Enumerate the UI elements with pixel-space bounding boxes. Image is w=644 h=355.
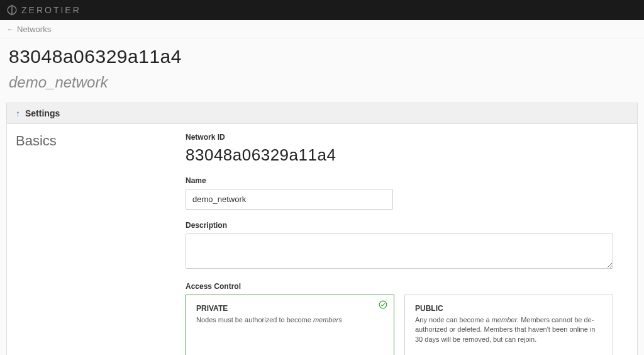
settings-right-col: Network ID 83048a06329a11a4 Name Descrip… [186, 133, 628, 355]
settings-panel-heading[interactable]: ↑ Settings [7, 103, 637, 124]
access-option-private[interactable]: PRIVATE Nodes must be authorized to beco… [186, 295, 394, 355]
breadcrumb-label: Networks [17, 25, 51, 34]
network-id-value: 83048a06329a11a4 [186, 145, 628, 165]
description-input[interactable] [186, 234, 613, 269]
brand-logo[interactable]: ZEROTIER [6, 4, 81, 16]
description-label: Description [186, 221, 628, 230]
network-id-label: Network ID [186, 133, 628, 142]
page-title-network-name: demo_network [9, 74, 635, 91]
access-private-desc: Nodes must be authorized to become membe… [196, 315, 384, 325]
field-name: Name [186, 176, 628, 210]
topbar: ZEROTIER [0, 0, 644, 20]
field-network-id: Network ID 83048a06329a11a4 [186, 133, 628, 165]
access-control-label: Access Control [186, 282, 628, 291]
page-header: 83048a06329a11a4 demo_network [0, 38, 644, 103]
brand-name: ZEROTIER [21, 5, 81, 15]
settings-left-col: Basics [16, 133, 186, 355]
name-label: Name [186, 176, 628, 185]
collapse-arrow-icon: ↑ [16, 108, 20, 118]
access-control-options: PRIVATE Nodes must be authorized to beco… [186, 295, 613, 355]
settings-panel: ↑ Settings Basics Network ID 83048a06329… [6, 103, 638, 355]
section-basics-title: Basics [16, 133, 186, 149]
access-private-title: PRIVATE [196, 304, 384, 313]
field-description: Description [186, 221, 628, 271]
settings-heading-text: Settings [25, 108, 60, 118]
breadcrumb-back-link[interactable]: ←Networks [6, 25, 51, 34]
zerotier-logo-icon [6, 4, 18, 16]
settings-panel-body: Basics Network ID 83048a06329a11a4 Name … [7, 124, 637, 355]
svg-point-2 [379, 301, 387, 308]
access-option-public[interactable]: PUBLIC Any node can become a member. Mem… [404, 295, 613, 355]
field-access-control: Access Control PRIVATE Nodes must be aut… [186, 282, 628, 355]
access-public-desc: Any node can become a member. Members ca… [415, 315, 602, 344]
name-input[interactable] [186, 189, 393, 210]
access-public-title: PUBLIC [415, 304, 602, 313]
breadcrumb: ←Networks [0, 20, 644, 38]
arrow-left-icon: ← [6, 25, 14, 34]
check-circle-icon [379, 300, 387, 311]
page-title-network-id: 83048a06329a11a4 [9, 46, 635, 67]
